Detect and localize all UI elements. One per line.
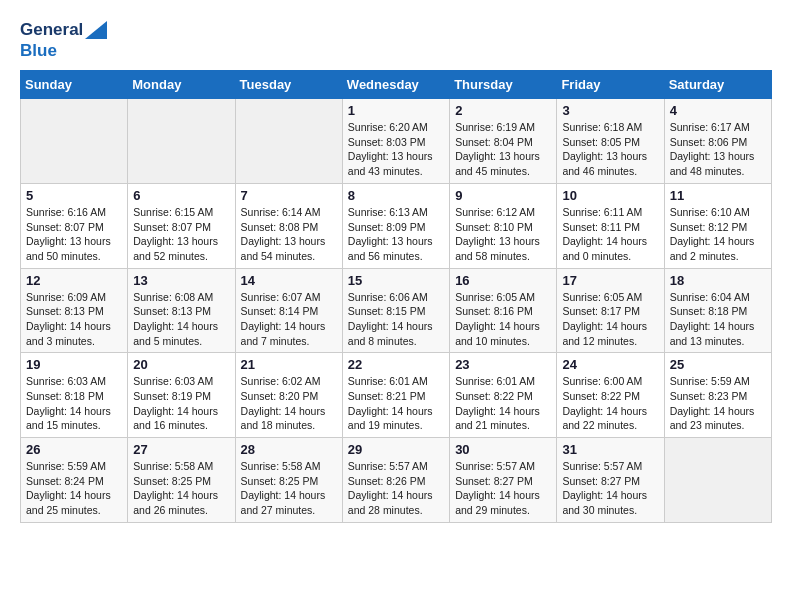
page-header: General Blue <box>20 20 772 60</box>
day-info: Sunrise: 6:16 AMSunset: 8:07 PMDaylight:… <box>26 205 122 264</box>
week-row-4: 19Sunrise: 6:03 AMSunset: 8:18 PMDayligh… <box>21 353 772 438</box>
day-number: 22 <box>348 357 444 372</box>
day-cell-24: 24Sunrise: 6:00 AMSunset: 8:22 PMDayligh… <box>557 353 664 438</box>
day-info: Sunrise: 6:11 AMSunset: 8:11 PMDaylight:… <box>562 205 658 264</box>
day-number: 5 <box>26 188 122 203</box>
day-cell-5: 5Sunrise: 6:16 AMSunset: 8:07 PMDaylight… <box>21 183 128 268</box>
weekday-header-sunday: Sunday <box>21 71 128 99</box>
day-cell-26: 26Sunrise: 5:59 AMSunset: 8:24 PMDayligh… <box>21 438 128 523</box>
empty-cell <box>664 438 771 523</box>
day-number: 29 <box>348 442 444 457</box>
day-cell-30: 30Sunrise: 5:57 AMSunset: 8:27 PMDayligh… <box>450 438 557 523</box>
day-info: Sunrise: 6:15 AMSunset: 8:07 PMDaylight:… <box>133 205 229 264</box>
day-cell-17: 17Sunrise: 6:05 AMSunset: 8:17 PMDayligh… <box>557 268 664 353</box>
day-info: Sunrise: 6:13 AMSunset: 8:09 PMDaylight:… <box>348 205 444 264</box>
svg-marker-0 <box>85 21 107 39</box>
weekday-header-row: SundayMondayTuesdayWednesdayThursdayFrid… <box>21 71 772 99</box>
day-info: Sunrise: 6:05 AMSunset: 8:16 PMDaylight:… <box>455 290 551 349</box>
day-info: Sunrise: 6:18 AMSunset: 8:05 PMDaylight:… <box>562 120 658 179</box>
empty-cell <box>235 99 342 184</box>
day-cell-2: 2Sunrise: 6:19 AMSunset: 8:04 PMDaylight… <box>450 99 557 184</box>
day-cell-28: 28Sunrise: 5:58 AMSunset: 8:25 PMDayligh… <box>235 438 342 523</box>
day-cell-8: 8Sunrise: 6:13 AMSunset: 8:09 PMDaylight… <box>342 183 449 268</box>
day-number: 31 <box>562 442 658 457</box>
week-row-5: 26Sunrise: 5:59 AMSunset: 8:24 PMDayligh… <box>21 438 772 523</box>
day-info: Sunrise: 6:03 AMSunset: 8:18 PMDaylight:… <box>26 374 122 433</box>
day-info: Sunrise: 6:10 AMSunset: 8:12 PMDaylight:… <box>670 205 766 264</box>
day-cell-14: 14Sunrise: 6:07 AMSunset: 8:14 PMDayligh… <box>235 268 342 353</box>
day-cell-29: 29Sunrise: 5:57 AMSunset: 8:26 PMDayligh… <box>342 438 449 523</box>
day-cell-19: 19Sunrise: 6:03 AMSunset: 8:18 PMDayligh… <box>21 353 128 438</box>
day-number: 15 <box>348 273 444 288</box>
day-info: Sunrise: 6:20 AMSunset: 8:03 PMDaylight:… <box>348 120 444 179</box>
day-cell-15: 15Sunrise: 6:06 AMSunset: 8:15 PMDayligh… <box>342 268 449 353</box>
day-info: Sunrise: 6:12 AMSunset: 8:10 PMDaylight:… <box>455 205 551 264</box>
logo-text: General Blue <box>20 20 107 60</box>
day-number: 8 <box>348 188 444 203</box>
day-cell-22: 22Sunrise: 6:01 AMSunset: 8:21 PMDayligh… <box>342 353 449 438</box>
day-info: Sunrise: 5:57 AMSunset: 8:27 PMDaylight:… <box>562 459 658 518</box>
day-cell-16: 16Sunrise: 6:05 AMSunset: 8:16 PMDayligh… <box>450 268 557 353</box>
weekday-header-wednesday: Wednesday <box>342 71 449 99</box>
day-info: Sunrise: 5:59 AMSunset: 8:24 PMDaylight:… <box>26 459 122 518</box>
day-number: 28 <box>241 442 337 457</box>
day-number: 14 <box>241 273 337 288</box>
weekday-header-saturday: Saturday <box>664 71 771 99</box>
weekday-header-tuesday: Tuesday <box>235 71 342 99</box>
day-info: Sunrise: 6:02 AMSunset: 8:20 PMDaylight:… <box>241 374 337 433</box>
day-number: 19 <box>26 357 122 372</box>
calendar-table: SundayMondayTuesdayWednesdayThursdayFrid… <box>20 70 772 523</box>
day-cell-1: 1Sunrise: 6:20 AMSunset: 8:03 PMDaylight… <box>342 99 449 184</box>
day-number: 17 <box>562 273 658 288</box>
week-row-1: 1Sunrise: 6:20 AMSunset: 8:03 PMDaylight… <box>21 99 772 184</box>
day-number: 10 <box>562 188 658 203</box>
day-info: Sunrise: 6:00 AMSunset: 8:22 PMDaylight:… <box>562 374 658 433</box>
weekday-header-friday: Friday <box>557 71 664 99</box>
weekday-header-thursday: Thursday <box>450 71 557 99</box>
day-info: Sunrise: 6:14 AMSunset: 8:08 PMDaylight:… <box>241 205 337 264</box>
day-info: Sunrise: 6:04 AMSunset: 8:18 PMDaylight:… <box>670 290 766 349</box>
day-info: Sunrise: 5:57 AMSunset: 8:26 PMDaylight:… <box>348 459 444 518</box>
day-cell-13: 13Sunrise: 6:08 AMSunset: 8:13 PMDayligh… <box>128 268 235 353</box>
week-row-2: 5Sunrise: 6:16 AMSunset: 8:07 PMDaylight… <box>21 183 772 268</box>
day-number: 11 <box>670 188 766 203</box>
day-number: 9 <box>455 188 551 203</box>
day-number: 26 <box>26 442 122 457</box>
day-number: 2 <box>455 103 551 118</box>
day-number: 16 <box>455 273 551 288</box>
day-number: 3 <box>562 103 658 118</box>
day-number: 4 <box>670 103 766 118</box>
day-number: 6 <box>133 188 229 203</box>
day-info: Sunrise: 5:57 AMSunset: 8:27 PMDaylight:… <box>455 459 551 518</box>
day-number: 23 <box>455 357 551 372</box>
day-number: 13 <box>133 273 229 288</box>
day-number: 25 <box>670 357 766 372</box>
day-cell-25: 25Sunrise: 5:59 AMSunset: 8:23 PMDayligh… <box>664 353 771 438</box>
day-info: Sunrise: 6:01 AMSunset: 8:21 PMDaylight:… <box>348 374 444 433</box>
day-number: 27 <box>133 442 229 457</box>
day-cell-3: 3Sunrise: 6:18 AMSunset: 8:05 PMDaylight… <box>557 99 664 184</box>
day-info: Sunrise: 6:01 AMSunset: 8:22 PMDaylight:… <box>455 374 551 433</box>
day-number: 30 <box>455 442 551 457</box>
weekday-header-monday: Monday <box>128 71 235 99</box>
day-number: 20 <box>133 357 229 372</box>
logo: General Blue <box>20 20 107 60</box>
empty-cell <box>21 99 128 184</box>
day-cell-12: 12Sunrise: 6:09 AMSunset: 8:13 PMDayligh… <box>21 268 128 353</box>
day-number: 18 <box>670 273 766 288</box>
week-row-3: 12Sunrise: 6:09 AMSunset: 8:13 PMDayligh… <box>21 268 772 353</box>
day-cell-27: 27Sunrise: 5:58 AMSunset: 8:25 PMDayligh… <box>128 438 235 523</box>
day-cell-31: 31Sunrise: 5:57 AMSunset: 8:27 PMDayligh… <box>557 438 664 523</box>
day-info: Sunrise: 5:58 AMSunset: 8:25 PMDaylight:… <box>241 459 337 518</box>
day-info: Sunrise: 6:06 AMSunset: 8:15 PMDaylight:… <box>348 290 444 349</box>
day-info: Sunrise: 5:58 AMSunset: 8:25 PMDaylight:… <box>133 459 229 518</box>
day-number: 24 <box>562 357 658 372</box>
day-cell-7: 7Sunrise: 6:14 AMSunset: 8:08 PMDaylight… <box>235 183 342 268</box>
day-number: 12 <box>26 273 122 288</box>
day-cell-20: 20Sunrise: 6:03 AMSunset: 8:19 PMDayligh… <box>128 353 235 438</box>
day-info: Sunrise: 6:17 AMSunset: 8:06 PMDaylight:… <box>670 120 766 179</box>
day-cell-21: 21Sunrise: 6:02 AMSunset: 8:20 PMDayligh… <box>235 353 342 438</box>
day-cell-9: 9Sunrise: 6:12 AMSunset: 8:10 PMDaylight… <box>450 183 557 268</box>
day-number: 21 <box>241 357 337 372</box>
day-number: 1 <box>348 103 444 118</box>
